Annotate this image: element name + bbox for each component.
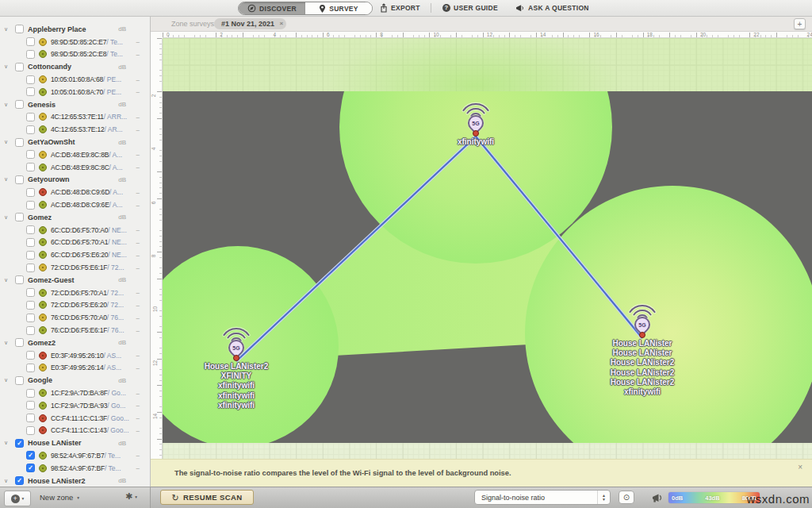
visualization-select[interactable]: Signal-to-noise ratio ▲▼ <box>474 490 611 505</box>
access-point-checkbox[interactable] <box>26 75 35 84</box>
access-point-checkbox[interactable] <box>26 326 35 335</box>
access-point-row[interactable]: 1C:F2:9A:7D:BA:8F / Go...– <box>0 387 150 399</box>
close-icon[interactable]: × <box>279 19 283 29</box>
access-point-row[interactable]: 10:05:01:60:8A:70 / PE...– <box>0 86 150 98</box>
chevron-down-icon[interactable]: ∨ <box>4 139 15 145</box>
access-point-row[interactable]: 72:CD:D6:F5:E6:20 / 72...– <box>0 299 150 312</box>
access-point-row[interactable]: 6C:CD:D6:F5:70:A0 / NE...– <box>0 224 150 237</box>
network-group-row[interactable]: ∨Gomez2dB <box>0 337 150 349</box>
network-group-row[interactable]: ∨GoogledB <box>0 374 150 387</box>
access-point-checkbox[interactable] <box>26 401 35 410</box>
network-group-row[interactable]: ∨✓House LANisterdB <box>0 437 150 449</box>
access-point-checkbox[interactable]: ✓ <box>26 451 35 460</box>
access-point-row[interactable]: 4C:12:65:53:7E:11 / ARR...– <box>0 111 150 124</box>
survey-chip[interactable]: #1 Nov 21, 2021 × <box>214 18 286 29</box>
network-group-checkbox[interactable]: ✓ <box>15 439 24 448</box>
access-point-checkbox[interactable] <box>26 201 35 210</box>
access-point-checkbox[interactable] <box>26 238 35 247</box>
chevron-down-icon[interactable]: ∨ <box>4 64 15 70</box>
network-group-checkbox[interactable] <box>15 338 24 347</box>
close-icon[interactable]: × <box>798 463 802 471</box>
access-point-checkbox[interactable] <box>26 225 35 234</box>
access-point-checkbox[interactable] <box>26 188 35 197</box>
access-point-row[interactable]: 1C:F2:9A:7D:BA:93 / Go...– <box>0 399 150 412</box>
access-point-row[interactable]: 98:9D:5D:85:2C:E8 / Te...– <box>0 48 150 61</box>
access-point-checkbox[interactable] <box>26 288 35 297</box>
access-point-row[interactable]: 6C:CD:D6:F5:70:A1 / NE...– <box>0 237 150 249</box>
access-point-checkbox[interactable] <box>26 113 35 121</box>
access-point-checkbox[interactable] <box>26 301 35 310</box>
export-button[interactable]: EXPORT <box>380 0 420 16</box>
access-point-checkbox[interactable] <box>26 426 35 435</box>
access-point-row[interactable]: 4C:12:65:53:7E:12 / AR...– <box>0 123 150 136</box>
access-point-row[interactable]: E0:3F:49:95:26:14 / AS...– <box>0 362 150 375</box>
access-point-row[interactable]: 76:CD:D6:F5:70:A0 / 76...– <box>0 311 150 324</box>
access-point-checkbox[interactable]: ✓ <box>26 464 35 472</box>
access-point-row[interactable]: CC:F4:11:1C:C1:43 / Goo...– <box>0 425 150 437</box>
access-point-row[interactable]: E0:3F:49:95:26:10 / AS...– <box>0 349 150 362</box>
network-group-checkbox[interactable] <box>15 25 24 33</box>
network-group-checkbox[interactable] <box>15 213 24 221</box>
access-point-row[interactable]: ✓98:52:4A:9F:67:BF / Te...– <box>0 462 150 475</box>
access-point-row[interactable]: AC:DB:48:D8:C9:6D / A...– <box>0 186 150 198</box>
access-point-checkbox[interactable] <box>26 87 35 96</box>
network-group-checkbox[interactable]: ✓ <box>15 476 24 485</box>
access-point-checkbox[interactable] <box>26 314 35 322</box>
zone-settings-button[interactable]: ✱ ▾ <box>125 491 137 502</box>
access-point-row[interactable]: AC:DB:48:E9:8C:8C / A...– <box>0 161 150 174</box>
access-point-row[interactable]: 76:CD:D6:F5:E6:1F / 76...– <box>0 324 150 337</box>
access-point-checkbox[interactable] <box>26 351 35 360</box>
zone-selector[interactable]: New zone ▾ <box>40 493 79 502</box>
chevron-down-icon[interactable]: ∨ <box>4 478 15 484</box>
chevron-down-icon[interactable]: ∨ <box>4 277 15 283</box>
access-point-checkbox[interactable] <box>26 264 35 272</box>
access-point-checkbox[interactable] <box>26 125 35 134</box>
access-point-row[interactable]: 6C:CD:D6:F5:E6:20 / NE...– <box>0 248 150 261</box>
access-point-row[interactable]: AC:DB:48:E9:8C:8B / A...– <box>0 148 150 161</box>
chevron-down-icon[interactable]: ∨ <box>4 440 15 446</box>
access-point-row[interactable]: 98:9D:5D:85:2C:E7 / Te...– <box>0 36 150 48</box>
tab-discover[interactable]: DISCOVER <box>239 2 305 14</box>
access-point-row[interactable]: ✓98:52:4A:9F:67:B7 / Te...– <box>0 449 150 462</box>
chevron-down-icon[interactable]: ∨ <box>4 214 15 221</box>
network-group-row[interactable]: ∨CottoncandydB <box>0 60 150 73</box>
network-group-row[interactable]: ∨Appleberry PlacedB <box>0 23 150 36</box>
visualization-options-button[interactable]: ⊙ <box>619 491 634 504</box>
chevron-down-icon[interactable]: ∨ <box>4 377 15 383</box>
network-group-row[interactable]: ∨GenesisdB <box>0 98 150 111</box>
chevron-down-icon[interactable]: ∨ <box>4 340 15 346</box>
network-group-row[interactable]: ∨✓House LANister2dB <box>0 475 150 487</box>
ask-question-button[interactable]: ASK A QUESTION <box>515 0 589 16</box>
chevron-down-icon[interactable]: ∨ <box>4 176 15 183</box>
add-survey-button[interactable]: + <box>794 18 806 29</box>
network-group-row[interactable]: ∨GomezdB <box>0 211 150 224</box>
add-zone-button[interactable]: + ▾ <box>4 491 31 506</box>
access-point-row[interactable]: 72:CD:D6:F5:70:A1 / 72...– <box>0 287 150 299</box>
access-point-checkbox[interactable] <box>26 414 35 422</box>
chevron-down-icon[interactable]: ∨ <box>4 26 15 33</box>
resume-scan-button[interactable]: ↻ RESUME SCAN <box>160 490 254 505</box>
access-point-row[interactable]: 72:CD:D6:F5:E6:1F / 72...– <box>0 261 150 274</box>
network-group-row[interactable]: ∨GetYaOwnShtdB <box>0 136 150 148</box>
access-point-checkbox[interactable] <box>26 163 35 171</box>
user-guide-button[interactable]: ? USER GUIDE <box>442 0 498 16</box>
chevron-down-icon[interactable]: ∨ <box>4 102 15 108</box>
network-group-row[interactable]: ∨Gomez-GuestdB <box>0 274 150 287</box>
megaphone-icon[interactable] <box>652 493 664 503</box>
network-group-row[interactable]: ∨GetyourowndB <box>0 174 150 187</box>
tab-survey[interactable]: SURVEY <box>305 2 372 14</box>
map-content[interactable]: 5Gxfinitywifi5GHouse LANister2XFINITYxfi… <box>163 38 812 459</box>
network-group-checkbox[interactable] <box>15 63 24 71</box>
network-group-checkbox[interactable] <box>15 175 24 184</box>
network-group-checkbox[interactable] <box>15 100 24 109</box>
access-point-row[interactable]: CC:F4:11:1C:C1:3F / Goo...– <box>0 412 150 425</box>
access-point-checkbox[interactable] <box>26 50 35 59</box>
access-point-checkbox[interactable] <box>26 389 35 398</box>
access-point-checkbox[interactable] <box>26 150 35 159</box>
network-group-checkbox[interactable] <box>15 275 24 284</box>
access-point-checkbox[interactable] <box>26 251 35 260</box>
access-point-checkbox[interactable] <box>26 364 35 372</box>
network-group-checkbox[interactable] <box>15 138 24 147</box>
network-group-checkbox[interactable] <box>15 376 24 385</box>
access-point-row[interactable]: 10:05:01:60:8A:68 / PE...– <box>0 73 150 86</box>
